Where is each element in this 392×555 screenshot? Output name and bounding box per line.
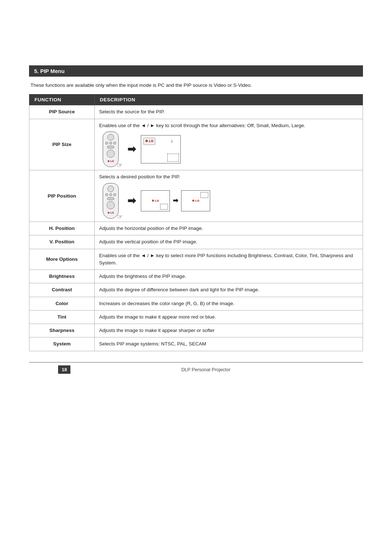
table-row: Contrast Adjusts the degree of differenc… (29, 283, 363, 297)
arrow-down-icon: ↓ (171, 137, 173, 145)
table-row: PIP Source Selects the source for the PI… (29, 105, 363, 119)
func-cell-pip-source: PIP Source (29, 105, 95, 119)
table-row: Sharpness Adjusts the image to make it a… (29, 324, 363, 337)
lg-logo-main: ⊕ LG (143, 138, 155, 145)
pip-size-diagram: ⊕ LG ☞ ➡ ⊕ LG ↓ (99, 131, 358, 167)
desc-cell-system: Selects PIP image systems: NTSC, PAL, SE… (95, 337, 363, 351)
remote-top-circle (107, 186, 114, 192)
pip-inner-pos1 (160, 204, 168, 210)
lg-logo-pos1: ⊕ LG (152, 199, 159, 203)
pip-inner-pos2 (200, 192, 208, 198)
remote-btn-wide (107, 197, 114, 200)
arrow-right-icon: ➡ (127, 142, 136, 157)
table-row: Brightness Adjusts the brightness of the… (29, 270, 363, 283)
remote-lg-label: ⊕ LG (107, 159, 114, 163)
func-cell-h-position: H. Position (29, 222, 95, 235)
remote-btn (109, 142, 112, 145)
remote-btn-row2 (107, 146, 114, 149)
table-header-row: Function Description (29, 94, 363, 105)
remote-btn-row1 (105, 193, 116, 196)
small-arrow-right-icon: ➡ (173, 196, 178, 206)
func-cell-sharpness: Sharpness (29, 324, 95, 337)
bottom-spacer (0, 490, 392, 555)
table-row: Color Increases or decreases the color r… (29, 297, 363, 310)
remote-btn (113, 193, 116, 196)
col-function-header: Function (29, 94, 95, 105)
desc-cell-brightness: Adjusts the brightness of the PIP image. (95, 270, 363, 283)
remote-body: ⊕ LG ☞ (103, 183, 119, 219)
func-cell-brightness: Brightness (29, 270, 95, 283)
desc-cell-contrast: Adjusts the degree of difference between… (95, 283, 363, 297)
table-row: System Selects PIP image systems: NTSC, … (29, 337, 363, 351)
monitor-pos-2: ⊕ LG (181, 190, 210, 211)
section-header-title: 5. PIP Menu (34, 68, 65, 74)
desc-cell-v-position: Adjusts the vertical position of the PIP… (95, 235, 363, 249)
remote-btn (105, 142, 108, 145)
func-cell-v-position: V. Position (29, 235, 95, 249)
remote-top-circle (107, 134, 114, 141)
remote-body: ⊕ LG ☞ (103, 131, 119, 167)
page-number-box: 18 (58, 365, 70, 374)
func-cell-contrast: Contrast (29, 283, 95, 297)
remote-btn (113, 142, 116, 145)
remote-btn-row2 (107, 197, 114, 200)
section-header-bar: 5. PIP Menu (29, 65, 363, 77)
func-cell-system: System (29, 337, 95, 351)
remote-btn-wide (107, 146, 114, 149)
page-footer: 18 DLP Personal Projector (29, 362, 363, 377)
pip-table: Function Description PIP Source Selects … (29, 94, 363, 351)
remote-btn (109, 193, 112, 196)
content-area: 5. PIP Menu These functions are availabl… (0, 65, 392, 490)
monitor-box-size: ⊕ LG ↓ (141, 135, 181, 163)
intro-text: These functions are available only when … (29, 82, 363, 89)
pip-position-diagram: ⊕ LG ☞ ➡ ⊕ LG (99, 183, 358, 219)
desc-cell-tint: Adjusts the image to make it appear more… (95, 310, 363, 324)
table-row: PIP Size Enables use of the ◄ / ► key to… (29, 119, 363, 170)
table-row: Tint Adjusts the image to make it appear… (29, 310, 363, 324)
pip-dashed-inside (168, 154, 179, 161)
func-cell-color: Color (29, 297, 95, 310)
desc-cell-pip-position: Selects a desired position for the PIP. (95, 170, 363, 222)
table-row: PIP Position Selects a desired position … (29, 170, 363, 222)
col-description-header: Description (95, 94, 363, 105)
remote-btn-row1 (105, 142, 116, 145)
lg-logo-pos2: ⊕ LG (192, 199, 199, 203)
remote-lg-label: ⊕ LG (107, 211, 114, 215)
desc-cell-pip-source: Selects the source for the PIP. (95, 105, 363, 119)
top-spacer (0, 0, 392, 65)
dual-monitor-pos: ⊕ LG ➡ ⊕ LG (141, 190, 210, 211)
desc-cell-h-position: Adjusts the horizontal position of the P… (95, 222, 363, 235)
hand-icon: ☞ (117, 161, 123, 170)
hand-icon: ☞ (117, 212, 123, 222)
table-row: V. Position Adjusts the vertical positio… (29, 235, 363, 249)
desc-cell-color: Increases or decreases the color range (… (95, 297, 363, 310)
arrow-right-icon: ➡ (127, 193, 136, 208)
func-cell-pip-size: PIP Size (29, 119, 95, 170)
remote-control-pos: ⊕ LG ☞ (99, 183, 122, 219)
remote-control-size: ⊕ LG ☞ (99, 131, 122, 167)
func-cell-more-options: More Options (29, 249, 95, 270)
pip-dashed-box (167, 154, 179, 162)
desc-cell-more-options: Enables use of the ◄ / ► key to select m… (95, 249, 363, 270)
desc-cell-pip-size: Enables use of the ◄ / ► key to scroll t… (95, 119, 363, 170)
remote-bottom-circle (107, 150, 115, 158)
table-row: H. Position Adjusts the horizontal posit… (29, 222, 363, 235)
page-wrapper: 5. PIP Menu These functions are availabl… (0, 0, 392, 555)
table-row: More Options Enables use of the ◄ / ► ke… (29, 249, 363, 270)
func-cell-pip-position: PIP Position (29, 170, 95, 222)
remote-bottom-circle (107, 201, 115, 209)
footer-product-name: DLP Personal Projector (78, 367, 334, 372)
desc-cell-sharpness: Adjusts the image to make it appear shar… (95, 324, 363, 337)
monitor-pos-1: ⊕ LG (141, 190, 170, 211)
remote-btn (105, 193, 108, 196)
func-cell-tint: Tint (29, 310, 95, 324)
